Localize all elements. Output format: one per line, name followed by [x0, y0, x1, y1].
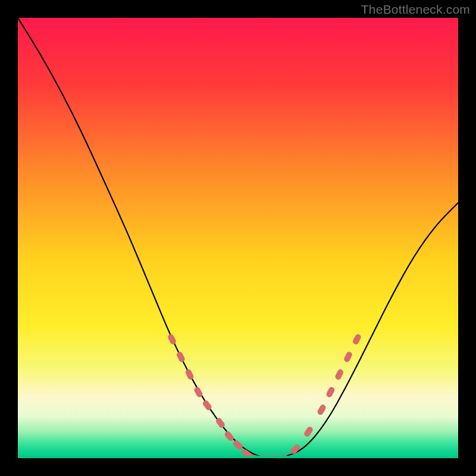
gradient-background [18, 18, 458, 458]
watermark-text: TheBottleneck.com [361, 2, 470, 17]
bottom-mask [18, 456, 458, 458]
plot-area [18, 18, 458, 458]
chart-stage: TheBottleneck.com [0, 0, 476, 476]
bottleneck-plot [18, 18, 458, 458]
